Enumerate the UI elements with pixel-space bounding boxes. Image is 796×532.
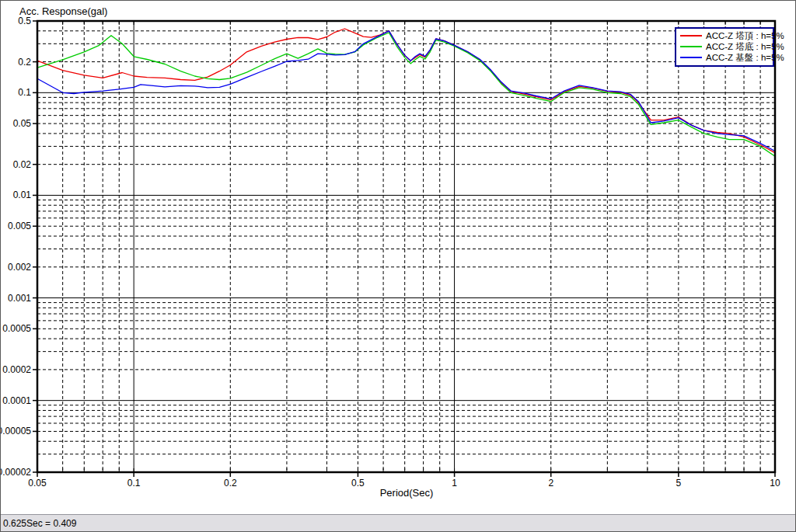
svg-text:0.05: 0.05 (13, 118, 32, 129)
legend: ACC-Z 塔頂 : h=5% ACC-Z 塔底 : h=5% ACC-Z 基盤… (675, 27, 774, 67)
status-text: 0.625Sec = 0.409 (1, 518, 76, 529)
status-bar: 0.625Sec = 0.409 (1, 514, 795, 531)
svg-text:0.001: 0.001 (8, 293, 31, 304)
svg-text:0.2: 0.2 (18, 57, 31, 68)
series-line-0 (37, 29, 775, 153)
svg-text:0.002: 0.002 (8, 262, 31, 273)
svg-text:0.0005: 0.0005 (2, 323, 31, 334)
legend-item: ACC-Z 基盤 : h=5% (680, 52, 770, 63)
svg-text:0.02: 0.02 (13, 159, 32, 170)
legend-item: ACC-Z 塔頂 : h=5% (680, 30, 770, 41)
svg-text:0.00005: 0.00005 (1, 426, 31, 436)
svg-text:0.00002: 0.00002 (1, 467, 31, 478)
legend-label: ACC-Z 塔底 : h=5% (706, 41, 784, 53)
svg-text:0.01: 0.01 (13, 190, 32, 200)
legend-line-icon (680, 35, 702, 37)
series-line-2 (37, 31, 775, 151)
app-window: Acc. Response(gal) 0.050.10.20.5125100.5… (0, 0, 796, 532)
svg-text:0.0002: 0.0002 (2, 364, 31, 375)
svg-text:0.1: 0.1 (18, 87, 31, 98)
tick-labels: 0.050.10.20.5125100.50.20.10.050.020.010… (1, 16, 780, 489)
svg-text:10: 10 (770, 478, 780, 489)
x-axis-label: Period(Sec) (313, 487, 500, 499)
legend-line-icon (680, 46, 702, 47)
svg-text:0.1: 0.1 (127, 478, 141, 489)
legend-line-icon (680, 57, 702, 58)
legend-label: ACC-Z 基盤 : h=5% (706, 52, 784, 64)
svg-text:5: 5 (676, 478, 682, 489)
svg-text:0.05: 0.05 (28, 478, 47, 489)
svg-text:2: 2 (548, 478, 553, 489)
svg-text:0.2: 0.2 (224, 478, 237, 489)
gridlines (37, 21, 775, 472)
legend-item: ACC-Z 塔底 : h=5% (680, 41, 770, 52)
plot-svg[interactable]: 0.050.10.20.5125100.50.20.10.050.020.010… (1, 1, 795, 514)
svg-text:0.5: 0.5 (18, 16, 31, 26)
chart-area: Acc. Response(gal) 0.050.10.20.5125100.5… (1, 1, 795, 514)
svg-text:0.0001: 0.0001 (2, 395, 31, 406)
legend-label: ACC-Z 塔頂 : h=5% (706, 30, 784, 42)
series-line-1 (37, 33, 775, 156)
svg-text:0.005: 0.005 (8, 221, 31, 231)
